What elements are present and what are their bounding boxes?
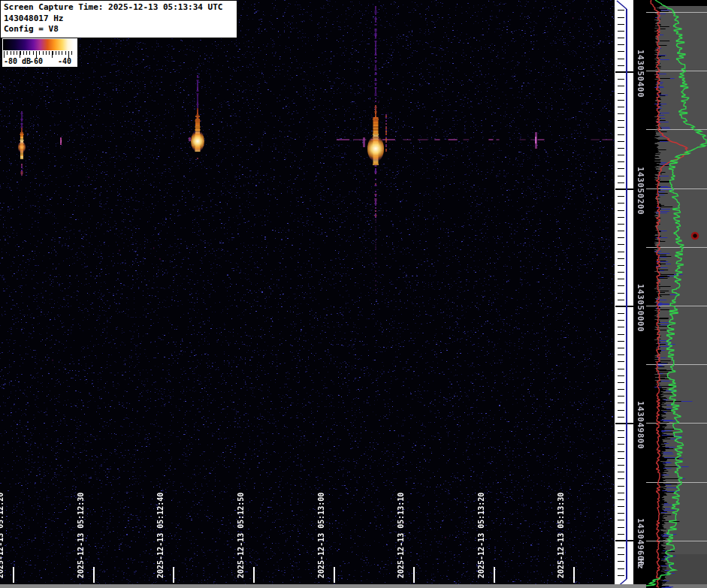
time-tick-label: 2025-12-13 05:12:30 [76,493,86,578]
time-tick-mark [253,567,255,583]
time-tick-label: 2025-12-13 05:13:20 [476,493,486,578]
time-tick-label: 2025-12-13 05:13:30 [556,493,566,578]
time-tick-label: 2025-12-13 05:12:20 [0,493,5,578]
capture-time-text: Screen Capture Time: 2025-12-13 05:13:34… [4,2,234,14]
legend-label-min: -80 dB [4,57,31,65]
time-tick-mark [93,567,95,583]
legend-label-mid: -60 [29,57,43,65]
spectrogram-app-screen: Screen Capture Time: 2025-12-13 05:13:34… [0,0,707,588]
freq-axis-unit: Hz [636,559,645,569]
tuned-frequency-text: 143048017 Hz [4,14,234,25]
time-tick-mark [573,567,575,583]
time-tick-mark [334,567,335,583]
db-color-legend: -80 dB -60 -40 [2,38,77,67]
time-tick-mark [13,567,14,583]
config-text: Config = V8 [4,24,234,35]
capture-info-box: Screen Capture Time: 2025-12-13 05:13:34… [0,0,237,38]
freq-tick-label: 143050000 [636,284,645,332]
time-tick-label: 2025-12-13 05:13:00 [316,493,326,578]
spectrum-side-panel [646,0,707,588]
time-tick-label: 2025-12-13 05:13:10 [396,493,406,578]
legend-label-max: -40 [58,57,71,65]
time-tick-mark [173,567,174,583]
spectrogram-waterfall [0,0,615,588]
freq-tick-label: 143049800 [636,401,645,449]
time-tick-mark [494,567,495,583]
colorbar-gradient [3,39,76,50]
freq-tick-label: 143050200 [636,167,645,215]
time-tick-mark [413,567,415,583]
freq-tick-label: 143050400 [636,50,645,98]
time-tick-label: 2025-12-13 05:12:50 [236,493,246,578]
time-tick-label: 2025-12-13 05:12:40 [156,493,165,578]
colorbar-minor-ticks [4,51,75,55]
